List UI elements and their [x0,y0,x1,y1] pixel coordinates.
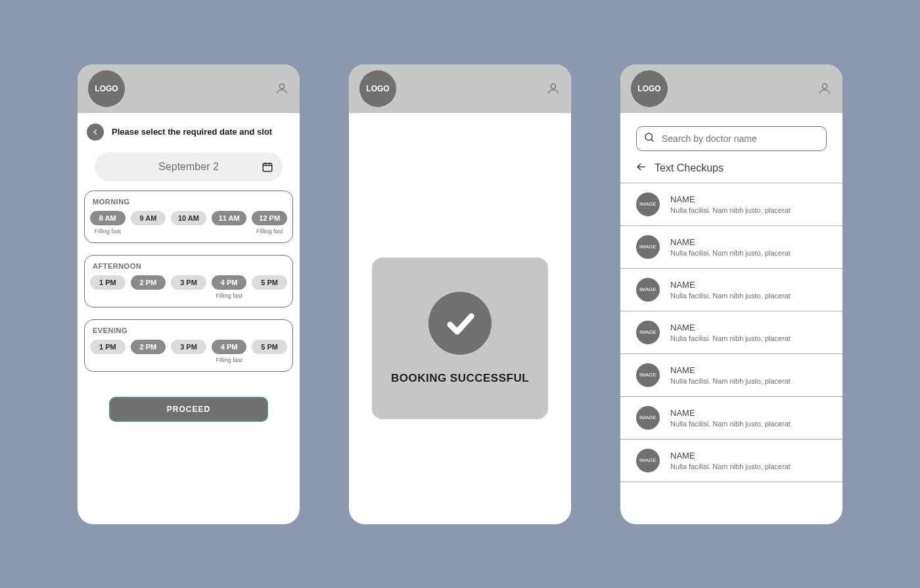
logo: LOGO [631,70,668,107]
doctor-name: NAME [670,365,791,375]
app-header: LOGO [349,64,571,113]
time-slot[interactable]: 5 PM [252,340,287,354]
back-button[interactable] [87,124,104,141]
doctor-desc: Nulla facilisi. Nam nibh justo, placerat [670,420,791,428]
screen-slot-selection: LOGO Please select the required date and… [78,64,300,524]
slot-note: Filling fast [216,292,242,299]
slot-group-title: AFTERNOON [90,262,287,270]
screen1-title: Please select the required date and slot [112,127,272,137]
doctor-name: NAME [670,280,791,290]
slot-cell: 12 PMFilling fast [252,211,287,235]
doctor-row[interactable]: IMAGENAMENulla facilisi. Nam nibh justo,… [620,397,842,440]
doctor-desc: Nulla facilisi. Nam nibh justo, placerat [670,463,791,470]
selected-date: September 2 [158,161,219,173]
slot-cell: 3 PM [171,340,206,363]
slot-cell: 1 PM [90,275,126,299]
date-picker[interactable]: September 2 [95,152,283,181]
slot-cell: 3 PM [171,275,206,299]
doctor-desc: Nulla facilisi. Nam nibh justo, placerat [670,377,791,385]
screen1-topbar: Please select the required date and slot [78,113,300,147]
doctor-desc: Nulla facilisi. Nam nibh justo, placerat [670,292,791,300]
search-wrap [620,113,842,156]
slot-cell: 9 AM [131,211,166,235]
logo: LOGO [359,70,396,107]
time-slot[interactable]: 2 PM [131,275,166,290]
doctor-row[interactable]: IMAGENAMENulla facilisi. Nam nibh justo,… [620,226,842,269]
doctor-desc: Nulla facilisi. Nam nibh justo, placerat [670,249,791,257]
doctor-name: NAME [670,408,791,418]
slot-cell: 4 PMFilling fast [212,340,247,363]
search-input[interactable] [662,133,819,144]
avatar: IMAGE [636,192,660,216]
slot-cell: 2 PM [131,275,166,299]
profile-icon[interactable] [546,81,561,96]
doctor-desc: Nulla facilisi. Nam nibh justo, placerat [670,334,791,342]
search-box[interactable] [636,126,827,151]
calendar-icon [262,161,273,173]
slot-cell: 10 AM [171,211,206,235]
arrow-left-icon [635,160,648,176]
slot-cell: 5 PM [252,275,287,299]
slot-cell: 11 AM [212,211,247,235]
app-header: LOGO [78,64,300,113]
avatar: IMAGE [636,278,660,302]
doctor-row[interactable]: IMAGENAMENulla facilisi. Nam nibh justo,… [620,440,842,482]
doctor-list: IMAGENAMENulla facilisi. Nam nibh justo,… [620,183,842,482]
time-slot[interactable]: 3 PM [171,340,206,354]
slot-note: Filling fast [216,357,242,363]
slot-row: 1 PM2 PM3 PM4 PMFilling fast5 PM [90,275,287,299]
doctor-row[interactable]: IMAGENAMENulla facilisi. Nam nibh justo,… [620,269,842,311]
doctor-info: NAMENulla facilisi. Nam nibh justo, plac… [670,365,791,385]
profile-icon[interactable] [817,81,832,96]
screen1-body: Please select the required date and slot… [78,113,300,524]
time-slot[interactable]: 9 AM [131,211,166,225]
success-message: BOOKING SUCCESSFUL [391,372,529,385]
doctor-row[interactable]: IMAGENAMENulla facilisi. Nam nibh justo,… [620,311,842,354]
time-slot[interactable]: 11 AM [212,211,247,225]
svg-point-2 [551,83,555,88]
doctor-name: NAME [670,323,791,332]
screen-booking-success: LOGO BOOKING SUCCESSFUL [349,64,571,524]
slot-group: MORNING8 AMFilling fast9 AM10 AM11 AM12 … [84,191,293,243]
slot-note: Filling fast [256,228,283,235]
doctor-name: NAME [670,451,791,461]
checkmark-icon [428,292,492,355]
avatar: IMAGE [636,449,660,472]
profile-icon[interactable] [275,81,289,96]
screen2-body: BOOKING SUCCESSFUL [349,113,571,524]
back-row[interactable]: Text Checkups [620,156,842,183]
time-slot[interactable]: 2 PM [131,340,166,354]
time-slot[interactable]: 1 PM [90,340,126,354]
doctor-info: NAMENulla facilisi. Nam nibh justo, plac… [670,323,791,342]
slot-note: Filling fast [95,228,122,235]
screen-doctor-list: LOGO Text Checkups IMAGENAMENulla facili… [620,64,842,524]
doctor-name: NAME [670,237,791,247]
doctor-info: NAMENulla facilisi. Nam nibh justo, plac… [670,237,791,257]
doctor-info: NAMENulla facilisi. Nam nibh justo, plac… [670,408,791,428]
svg-point-3 [822,83,827,88]
doctor-name: NAME [670,194,791,204]
avatar: IMAGE [636,363,660,387]
slot-cell: 5 PM [252,340,287,363]
time-slot[interactable]: 4 PM [212,340,247,354]
time-slot[interactable]: 3 PM [171,275,206,290]
screen3-body: Text Checkups IMAGENAMENulla facilisi. N… [620,113,842,524]
doctor-row[interactable]: IMAGENAMENulla facilisi. Nam nibh justo,… [620,183,842,226]
doctor-info: NAMENulla facilisi. Nam nibh justo, plac… [670,280,791,300]
proceed-button[interactable]: PROCEED [109,397,268,422]
app-header: LOGO [620,64,842,113]
svg-rect-1 [263,163,272,171]
doctor-row[interactable]: IMAGENAMENulla facilisi. Nam nibh justo,… [620,354,842,397]
doctor-info: NAMENulla facilisi. Nam nibh justo, plac… [670,194,791,214]
time-slot[interactable]: 1 PM [90,275,126,290]
avatar: IMAGE [636,235,660,259]
doctor-info: NAMENulla facilisi. Nam nibh justo, plac… [670,451,791,470]
time-slot[interactable]: 4 PM [212,275,247,290]
slot-cell: 4 PMFilling fast [212,275,247,299]
svg-point-4 [645,133,653,141]
time-slot[interactable]: 12 PM [252,211,287,225]
slot-row: 8 AMFilling fast9 AM10 AM11 AM12 PMFilli… [90,211,287,235]
time-slot[interactable]: 8 AM [90,211,126,225]
time-slot[interactable]: 10 AM [171,211,206,225]
time-slot[interactable]: 5 PM [252,275,287,290]
